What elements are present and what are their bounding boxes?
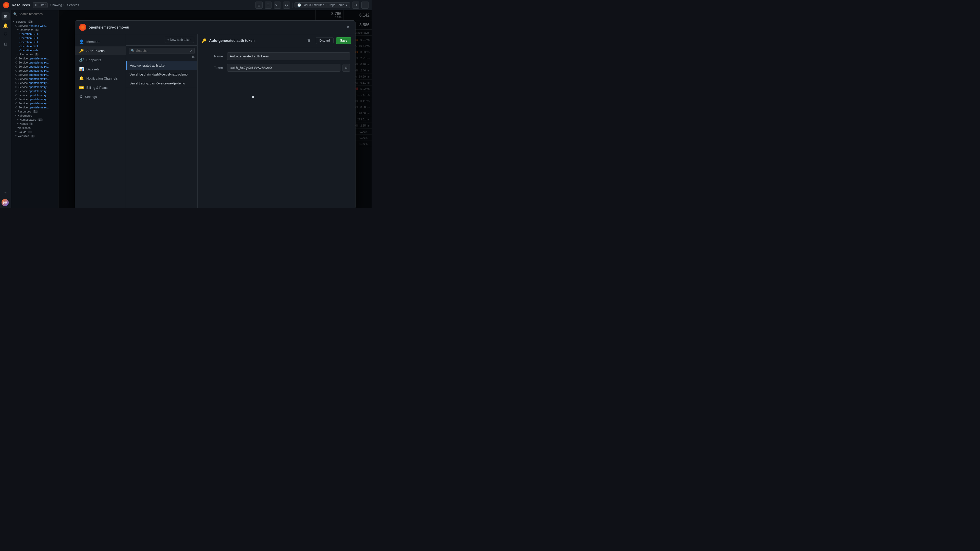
billing-icon: 💳 [79, 85, 84, 90]
refresh-button[interactable]: ↺ [352, 2, 360, 9]
token-field-row: Token ⧉ [203, 64, 350, 72]
tree-item-op-web[interactable]: Operation web... [11, 48, 58, 52]
tree-item-op-get-3[interactable]: Operation GET... [11, 40, 58, 44]
tree-item-resources-2[interactable]: ▾ Resources 21 [11, 110, 58, 114]
sort-icon[interactable]: ⇅ [192, 55, 195, 59]
close-button[interactable]: × [345, 24, 351, 30]
tree-item-workloads[interactable]: Workloads [11, 126, 58, 130]
modal-body: 👤 Members 🔑 Auth Tokens 🔗 Endpoints [75, 34, 355, 208]
new-auth-token-button[interactable]: + New auth token [165, 37, 194, 43]
chevron-icon: ▾ [15, 130, 17, 133]
settings-icon: ⚙ [79, 94, 83, 99]
token-search-box: 🔍 ✕ [129, 48, 195, 54]
token-list-items: Auto-generated auth token Vercel log dra… [126, 61, 197, 208]
time-range-picker[interactable]: 🕐 Last 30 minutes Europe/Berlin ▾ [294, 2, 350, 8]
token-input[interactable] [227, 64, 340, 72]
settings-label: Settings [85, 95, 97, 99]
tree-item-otel-2[interactable]: ⬡Serviceopentelemetry... [11, 60, 58, 65]
org-settings-modal: opentelemetry-demo-eu × 👤 Members 🔑 Auth… [75, 21, 355, 208]
topbar: Resources ⚟ Filter Showing 18 Services ⊞… [0, 0, 372, 10]
tree-item-otel-11[interactable]: ⬡Serviceopentelemetry... [11, 97, 58, 101]
notification-channels-icon: 🔔 [79, 76, 84, 81]
tree-item-otel-8[interactable]: ⬡Serviceopentelemetry... [11, 85, 58, 89]
nav-item-auth-tokens[interactable]: 🔑 Auth Tokens [75, 46, 126, 55]
terminal-button[interactable]: >_ [274, 2, 281, 9]
tree-item-nodes[interactable]: ▾ Nodes 2 [11, 122, 58, 126]
tree-item-kubernetes[interactable]: ▾ Kubernetes [11, 114, 58, 118]
sidebar-item-shield[interactable]: ⛉ [2, 30, 10, 39]
resource-tree: ▾ Services 18 ⬡ Service frontend-web... … [11, 18, 58, 208]
delete-button[interactable]: 🗑 [307, 38, 311, 43]
nav-item-datasets[interactable]: 📊 Datasets [75, 65, 126, 73]
nav-item-billing-plans[interactable]: 💳 Billing & Plans [75, 83, 126, 92]
service-icon: ⬡ [15, 94, 18, 97]
tree-item-otel-1[interactable]: ⬡Serviceopentelemetry... [11, 56, 58, 60]
settings-button[interactable]: ⚙ [283, 2, 290, 9]
sidebar-item-home[interactable]: ⊞ [2, 12, 10, 21]
chevron-icon: ▾ [18, 53, 19, 56]
token-item-vercel-tracing[interactable]: Vercel tracing: dash0-vercel-nextjs-demo [126, 79, 197, 88]
sidebar-item-bell[interactable]: 🔔 [2, 21, 10, 30]
key-icon: 🔑 [202, 38, 207, 43]
main-content: 8,766 2,549 6,142 8,106 3,586 Errors Dur… [59, 10, 372, 208]
tree-item-otel-9[interactable]: ⬡Serviceopentelemetry... [11, 89, 58, 93]
modal-overlay: opentelemetry-demo-eu × 👤 Members 🔑 Auth… [59, 10, 372, 208]
endpoints-icon: 🔗 [79, 58, 84, 62]
nav-item-settings[interactable]: ⚙ Settings [75, 92, 126, 101]
tree-item-otel-13[interactable]: ⬡Serviceopentelemetry... [11, 105, 58, 110]
help-icon[interactable]: ? [2, 190, 10, 198]
tree-item-services[interactable]: ▾ Services 18 [11, 20, 58, 24]
tree-item-op-get-2[interactable]: Operation GET... [11, 36, 58, 40]
tree-item-namespaces[interactable]: ▾ Namespaces 13 [11, 118, 58, 122]
clear-search-icon[interactable]: ✕ [190, 49, 192, 52]
modal-title: opentelemetry-demo-eu [89, 25, 129, 29]
tree-item-resources-1[interactable]: ▾ Resources 1 [11, 52, 58, 56]
filter-button[interactable]: ⚟ Filter [33, 2, 48, 8]
nav-item-endpoints[interactable]: 🔗 Endpoints [75, 56, 126, 64]
notification-channels-label: Notification Channels [86, 76, 118, 80]
chevron-icon: ▾ [15, 114, 17, 117]
chevron-icon: ▾ [13, 21, 14, 23]
token-search-input[interactable] [136, 49, 188, 52]
tree-item-otel-6[interactable]: ⬡Serviceopentelemetry... [11, 77, 58, 81]
tree-item-otel-7[interactable]: ⬡Serviceopentelemetry... [11, 81, 58, 85]
app-logo[interactable] [3, 2, 9, 8]
chevron-icon: ▾ [15, 135, 17, 137]
service-icon: ⬡ [15, 78, 18, 80]
tree-item-otel-10[interactable]: ⬡Serviceopentelemetry... [11, 93, 58, 97]
copy-token-button[interactable]: ⧉ [342, 64, 350, 72]
tree-item-otel-12[interactable]: ⬡Serviceopentelemetry... [11, 101, 58, 105]
tree-item-op-get-4[interactable]: Operation GET... [11, 44, 58, 48]
tree-item-websites[interactable]: ▾ Websites 1 [11, 134, 58, 138]
endpoints-label: Endpoints [86, 58, 101, 62]
name-input[interactable] [227, 52, 350, 60]
service-icon: ⬡ [15, 24, 18, 27]
search-icon: 🔍 [131, 49, 135, 52]
tree-item-clouds[interactable]: ▾ Clouds 1 [11, 130, 58, 134]
token-item-vercel-log-drain[interactable]: Vercel log drain: dash0-vercel-nextjs-de… [126, 70, 197, 79]
search-input[interactable] [19, 12, 56, 16]
tree-item-operations[interactable]: ▾ Operations 5 [11, 28, 58, 32]
list-view-button[interactable]: ☰ [265, 2, 272, 9]
modal-header: opentelemetry-demo-eu × [75, 21, 355, 34]
more-button[interactable]: ⋯ [361, 2, 369, 9]
service-icon: ⬡ [15, 106, 18, 109]
service-icon: ⬡ [15, 86, 18, 88]
main-layout: ⊞ 🔔 ⛉ ⊡ ? DU 🔍 ▾ Services 18 ⬡ Service f… [0, 10, 372, 208]
user-avatar[interactable]: DU [2, 199, 9, 206]
token-search-container: 🔍 ✕ ⇅ [126, 46, 197, 61]
token-item-auto-generated[interactable]: Auto-generated auth token [126, 61, 197, 70]
tree-item-otel-3[interactable]: ⬡Serviceopentelemetry... [11, 65, 58, 68]
chevron-icon: ▾ [18, 118, 19, 121]
sidebar-item-grid[interactable]: ⊡ [2, 40, 10, 48]
nav-item-members[interactable]: 👤 Members [75, 37, 126, 46]
nav-item-notification-channels[interactable]: 🔔 Notification Channels [75, 74, 126, 83]
grid-view-button[interactable]: ⊞ [256, 2, 262, 9]
tree-item-otel-5[interactable]: ⬡Serviceopentelemetry... [11, 73, 58, 77]
tree-item-otel-4[interactable]: ⬡Serviceopentelemetry... [11, 68, 58, 73]
save-button[interactable]: Save [336, 37, 351, 44]
detail-header: 🔑 Auto-generated auth token 🗑 Discard Sa… [197, 34, 355, 47]
tree-item-frontend[interactable]: ⬡ Service frontend-web... [11, 24, 58, 28]
discard-button[interactable]: Discard [316, 37, 334, 44]
tree-item-op-get-1[interactable]: Operation GET... [11, 32, 58, 36]
